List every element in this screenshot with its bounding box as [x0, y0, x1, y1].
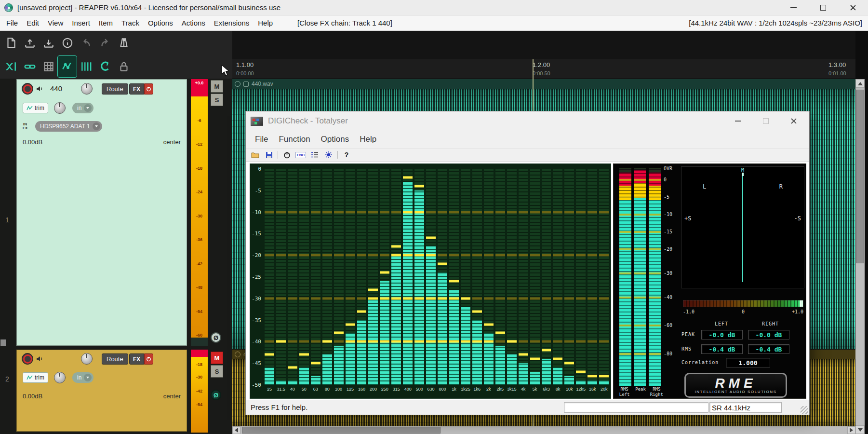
timeline-ruler[interactable]: 1.1.000:00.001.2.000:00.501.3.000:01.00 — [232, 59, 855, 79]
track2-volume-readout[interactable]: 0.00dB — [23, 393, 42, 400]
snap-to-grid-button[interactable] — [77, 56, 95, 77]
menu-track[interactable]: Track — [117, 19, 144, 27]
digicheck-menubar: FileFunctionOptionsHelp — [246, 131, 809, 148]
digicheck-window[interactable]: DIGICheck - Totalyser FileFunctionOption… — [245, 111, 810, 415]
item-grouping-button[interactable] — [20, 56, 39, 77]
fx-chain-note[interactable]: [Close FX chain: Track 1 440] — [297, 19, 392, 27]
spectrum-band-12k5 — [576, 169, 586, 385]
track2-mute-button[interactable]: M — [211, 352, 223, 364]
function-button[interactable]: FNC — [295, 150, 306, 160]
track1-mute-button[interactable]: M — [211, 80, 223, 93]
menu-help[interactable]: Help — [254, 19, 277, 27]
fx-power-icon[interactable] — [144, 353, 153, 365]
track1-volume-readout[interactable]: 0.00dB — [23, 138, 42, 146]
horizontal-scroll-thumb[interactable] — [242, 427, 441, 434]
digicheck-close-button[interactable] — [788, 111, 800, 131]
track1-volume-knob[interactable] — [81, 83, 93, 95]
digicheck-content: 0-5-10-15-20-25-30-35-40-45-50 2531.5405… — [246, 162, 809, 401]
vertical-scroll-thumb[interactable] — [856, 90, 864, 263]
track2-fx-button[interactable]: FX — [129, 353, 153, 365]
digicheck-menu-options[interactable]: Options — [316, 135, 355, 144]
track1-pan-readout[interactable]: center — [163, 138, 181, 146]
track1-panel[interactable]: 440 Route FX trim in IN FX HDSP9652 ADAT… — [16, 79, 187, 346]
redo-button[interactable] — [95, 32, 114, 54]
scroll-right-button[interactable] — [847, 426, 855, 434]
peak-hold-mark — [530, 358, 540, 360]
meter-label: RMSLeft — [616, 387, 632, 397]
track2-trim-envelope-button[interactable]: trim — [23, 372, 48, 383]
audio-engine-status[interactable]: [44.1kHz 24bit WAV : 1/2ch 1024spls ~23/… — [689, 19, 862, 27]
open-button[interactable] — [250, 150, 260, 160]
docker-grip[interactable] — [0, 339, 6, 346]
project-settings-button[interactable] — [58, 32, 77, 54]
open-project-button[interactable] — [20, 32, 39, 54]
track2-monitor-icon[interactable] — [36, 355, 43, 363]
track2-route-button[interactable]: Route — [102, 353, 128, 365]
track2-meter[interactable]: -18-30-42-54 — [191, 350, 208, 433]
track1-meter[interactable]: +0.0 -6-12-18-24-30-36-42-48-54-60 — [191, 79, 208, 346]
menu-file[interactable]: File — [2, 19, 22, 27]
track1-solo-button[interactable]: S — [211, 94, 223, 106]
track2-panel[interactable]: Route FX trim in 0.00dB center — [16, 350, 187, 432]
save-project-button[interactable] — [39, 32, 58, 54]
digicheck-minimize-button[interactable] — [732, 111, 744, 131]
track1-input-select[interactable]: in — [72, 103, 93, 113]
track2-record-arm-button[interactable] — [22, 353, 33, 365]
maximize-button[interactable] — [808, 0, 838, 15]
track2-clip-indicator[interactable] — [191, 350, 208, 357]
resize-grip[interactable] — [801, 406, 808, 414]
track1-pan-knob[interactable] — [54, 102, 66, 114]
menu-view[interactable]: View — [43, 19, 67, 27]
track2-pan-knob[interactable] — [54, 372, 66, 383]
power-button[interactable] — [281, 150, 292, 160]
menu-actions[interactable]: Actions — [177, 19, 210, 27]
track2-volume-knob[interactable] — [81, 353, 93, 365]
media-item-header[interactable]: 440.wav — [232, 79, 855, 89]
ripple-edit-button[interactable] — [39, 56, 58, 77]
digicheck-menu-help[interactable]: Help — [354, 135, 382, 144]
spectrum-plot — [265, 169, 609, 385]
metronome-button[interactable] — [114, 32, 133, 54]
help-button[interactable]: ? — [341, 150, 352, 160]
track1-name[interactable]: 440 — [50, 84, 62, 93]
display-settings-button[interactable] — [323, 150, 334, 160]
vertical-scrollbar[interactable] — [855, 79, 865, 434]
minimize-button[interactable] — [778, 0, 808, 15]
horizontal-scrollbar[interactable] — [232, 426, 855, 434]
track1-fx-button[interactable]: FX — [129, 83, 153, 95]
menu-edit[interactable]: Edit — [22, 19, 43, 27]
item-properties-icon[interactable] — [243, 81, 249, 87]
scroll-up-button[interactable] — [855, 79, 865, 88]
undo-button[interactable] — [77, 32, 95, 54]
track1-phase-button[interactable]: Ø — [211, 332, 221, 343]
digicheck-maximize-button[interactable] — [760, 111, 772, 131]
track1-route-button[interactable]: Route — [102, 83, 128, 95]
track1-monitor-icon[interactable] — [36, 85, 43, 93]
digicheck-menu-function[interactable]: Function — [273, 135, 315, 144]
track2-phase-button[interactable]: Ø — [211, 390, 221, 400]
digicheck-menu-file[interactable]: File — [250, 135, 273, 144]
track1-trim-envelope-button[interactable]: trim — [23, 103, 48, 113]
track1-record-arm-button[interactable] — [22, 83, 33, 95]
menu-extensions[interactable]: Extensions — [210, 19, 254, 27]
digicheck-titlebar[interactable]: DIGICheck - Totalyser — [246, 111, 809, 131]
scroll-down-button[interactable] — [855, 425, 865, 434]
track2-pan-readout[interactable]: center — [163, 393, 181, 400]
track2-solo-button[interactable]: S — [211, 365, 223, 378]
fx-power-icon[interactable] — [144, 83, 153, 95]
auto-crossfade-button[interactable] — [1, 56, 20, 77]
menu-item[interactable]: Item — [94, 19, 117, 27]
locking-button[interactable] — [114, 56, 133, 77]
envelope-points-button[interactable] — [58, 56, 77, 77]
scroll-left-button[interactable] — [232, 426, 240, 434]
preset-list-button[interactable] — [309, 150, 320, 160]
track1-input-fx-select[interactable]: HDSP9652 ADAT 1 — [35, 121, 102, 132]
track2-input-select[interactable]: in — [72, 372, 93, 383]
menu-options[interactable]: Options — [144, 19, 177, 27]
menu-insert[interactable]: Insert — [67, 19, 94, 27]
new-project-button[interactable] — [1, 32, 20, 54]
loop-points-button[interactable] — [95, 56, 114, 77]
save-button[interactable] — [264, 150, 274, 160]
close-button[interactable] — [838, 0, 868, 15]
track1-clip-indicator[interactable]: +0.0 — [191, 79, 208, 96]
